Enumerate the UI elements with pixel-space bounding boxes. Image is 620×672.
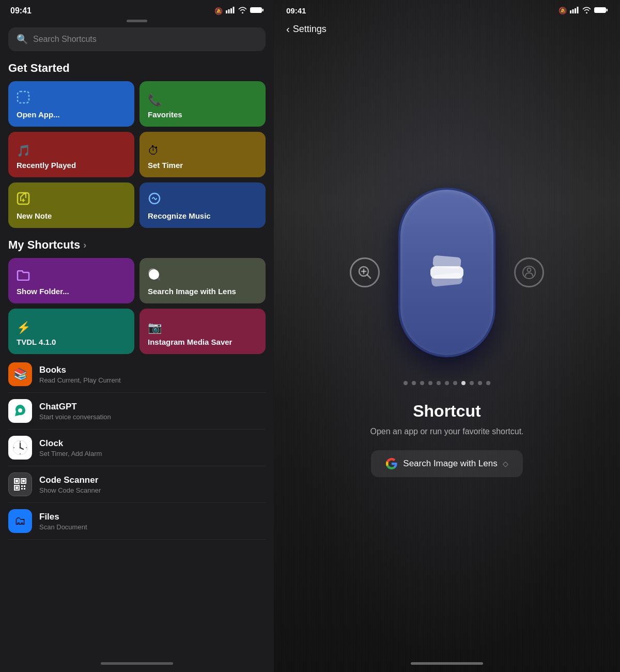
action-chevron-icon: ◇ bbox=[503, 460, 508, 468]
battery-icon-left bbox=[250, 7, 264, 15]
chatgpt-icon bbox=[12, 403, 28, 419]
tile-search-lens-label: Search Image with Lens bbox=[148, 287, 257, 296]
app-item-files[interactable]: 🗂 Files Scan Document bbox=[8, 503, 266, 540]
tile-search-lens[interactable]: 🔍 Search Image with Lens bbox=[140, 258, 266, 303]
shortcut-desc: Open an app or run your favorite shortcu… bbox=[370, 426, 523, 437]
files-icon: 🗂 bbox=[14, 514, 26, 528]
home-indicator-right bbox=[274, 654, 620, 672]
tile-set-timer-icon: ⏱ bbox=[148, 144, 257, 158]
svg-rect-34 bbox=[575, 8, 576, 13]
person-icon bbox=[521, 265, 537, 280]
tile-set-timer[interactable]: ⏱ Set Timer bbox=[140, 132, 266, 177]
dot-11 bbox=[486, 381, 490, 385]
tile-recently-played[interactable]: 🎵 Recently Played bbox=[8, 132, 134, 177]
shortcut-widget-area: Shortcut Open an app or run your favorit… bbox=[274, 43, 620, 654]
svg-rect-5 bbox=[262, 9, 264, 11]
shortcut-action-row[interactable]: Search Image with Lens ◇ bbox=[371, 450, 522, 477]
left-panel: 09:41 🔕 🔍 Search Shortcuts Get Started bbox=[0, 0, 274, 672]
app-item-codescanner[interactable]: Code Scanner Show Code Scanner bbox=[8, 466, 266, 503]
app-item-clock[interactable]: Clock Set Timer, Add Alarm bbox=[8, 430, 266, 466]
tile-show-folder[interactable]: Show Folder... bbox=[8, 258, 134, 303]
battery-icon-right bbox=[594, 7, 608, 15]
wifi-icon-right bbox=[582, 7, 591, 15]
time-right: 09:41 bbox=[286, 6, 306, 15]
dot-4 bbox=[428, 381, 432, 385]
svg-rect-23 bbox=[16, 480, 18, 482]
tile-tvdl[interactable]: ⚡ TVDL 4.1.0 bbox=[8, 309, 134, 354]
status-icons-left: 🔕 bbox=[214, 7, 264, 15]
tile-show-folder-label: Show Folder... bbox=[17, 287, 126, 296]
back-chevron-icon: ‹ bbox=[286, 23, 290, 35]
svg-point-11 bbox=[149, 269, 159, 280]
app-item-chatgpt[interactable]: ChatGPT Start voice conversation bbox=[8, 393, 266, 430]
zoom-add-icon bbox=[358, 265, 372, 280]
my-shortcuts-grid: Show Folder... 🔍 Search Image with Lens … bbox=[0, 258, 274, 354]
home-indicator-bar-right bbox=[411, 662, 483, 665]
dot-9 bbox=[470, 381, 474, 385]
tile-show-folder-icon bbox=[17, 269, 126, 284]
shortcut-name: Shortcut bbox=[370, 402, 523, 421]
wifi-icon-left bbox=[238, 7, 247, 15]
svg-point-46 bbox=[528, 268, 531, 272]
signal-icon-left bbox=[226, 7, 235, 15]
svg-rect-1 bbox=[228, 9, 230, 13]
action-label: Search Image with Lens bbox=[403, 459, 497, 469]
bell-icon-right: 🔕 bbox=[559, 7, 567, 14]
back-nav[interactable]: ‹ Settings bbox=[274, 19, 620, 43]
svg-rect-33 bbox=[572, 9, 574, 13]
app-icon-codescanner bbox=[8, 472, 32, 496]
search-placeholder: Search Shortcuts bbox=[33, 35, 97, 44]
svg-rect-3 bbox=[233, 7, 235, 13]
app-info-codescanner: Code Scanner Show Code Scanner bbox=[39, 475, 266, 494]
svg-point-17 bbox=[20, 447, 21, 449]
app-sub-clock: Set Timer, Add Alarm bbox=[39, 450, 266, 457]
dot-6 bbox=[445, 381, 449, 385]
tile-favorites[interactable]: 📞 Favorites bbox=[140, 81, 266, 127]
zoom-add-button[interactable] bbox=[350, 257, 380, 287]
signal-icon-right bbox=[570, 7, 579, 15]
dot-3 bbox=[420, 381, 424, 385]
tile-recognize-music[interactable]: Recognize Music bbox=[140, 182, 266, 228]
tile-instagram-label: Instagram Media Saver bbox=[148, 338, 257, 347]
app-item-books[interactable]: 📚 Books Read Current, Play Current bbox=[8, 356, 266, 393]
accessibility-button[interactable] bbox=[514, 257, 544, 287]
my-shortcuts-header[interactable]: My Shortcuts › bbox=[0, 230, 274, 258]
app-sub-files: Scan Document bbox=[39, 523, 266, 531]
tile-recognize-music-label: Recognize Music bbox=[148, 211, 257, 221]
tile-set-timer-label: Set Timer bbox=[148, 161, 257, 170]
svg-rect-0 bbox=[226, 10, 227, 13]
shortcut-capsule[interactable] bbox=[400, 190, 493, 355]
svg-rect-30 bbox=[21, 488, 23, 490]
codescanner-icon bbox=[13, 477, 27, 492]
tile-instagram[interactable]: 📷 Instagram Media Saver bbox=[140, 309, 266, 354]
svg-point-12 bbox=[18, 408, 22, 413]
status-bar-left: 09:41 🔕 bbox=[0, 0, 274, 20]
app-sub-codescanner: Show Code Scanner bbox=[39, 486, 266, 494]
google-logo bbox=[385, 457, 398, 470]
home-indicator-bar-left bbox=[101, 662, 173, 665]
dot-7 bbox=[453, 381, 457, 385]
tile-open-app[interactable]: Open App... bbox=[8, 81, 134, 127]
app-name-books: Books bbox=[39, 365, 266, 375]
app-info-clock: Clock Set Timer, Add Alarm bbox=[39, 438, 266, 457]
get-started-grid: Open App... 📞 Favorites 🎵 Recently Playe… bbox=[0, 81, 274, 228]
books-icon: 📚 bbox=[13, 368, 27, 381]
app-name-codescanner: Code Scanner bbox=[39, 475, 266, 485]
status-icons-right: 🔕 bbox=[559, 7, 608, 15]
search-bar[interactable]: 🔍 Search Shortcuts bbox=[8, 27, 266, 51]
svg-rect-25 bbox=[22, 480, 25, 482]
tile-open-app-label: Open App... bbox=[17, 110, 126, 119]
widget-row bbox=[274, 190, 620, 355]
svg-line-41 bbox=[367, 275, 370, 278]
status-bar-right: 09:41 🔕 bbox=[274, 0, 620, 19]
dot-10 bbox=[478, 381, 482, 385]
tile-recognize-music-icon bbox=[148, 192, 257, 208]
page-dots bbox=[404, 381, 490, 385]
home-indicator-left bbox=[0, 654, 274, 672]
svg-rect-44 bbox=[432, 255, 461, 269]
app-list: 📚 Books Read Current, Play Current ChatG… bbox=[0, 356, 274, 654]
svg-rect-36 bbox=[594, 7, 606, 13]
tile-new-note[interactable]: New Note bbox=[8, 182, 134, 228]
search-icon: 🔍 bbox=[17, 34, 28, 45]
svg-rect-32 bbox=[570, 10, 571, 13]
